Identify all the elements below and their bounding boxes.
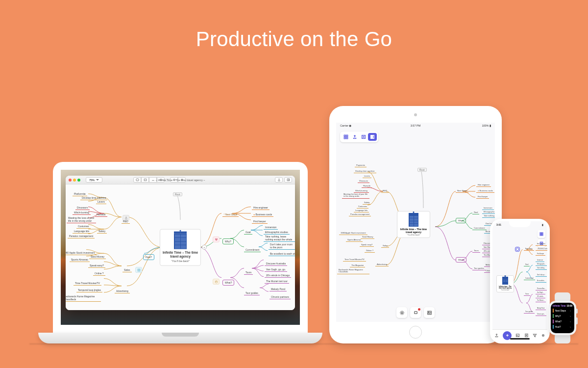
node-lawyer[interactable]: Find lawyer [476,195,489,199]
node-dinosaurs[interactable]: Dinosaurs [75,206,90,210]
node-commitment[interactable]: Commitment [472,227,487,230]
node-levers[interactable]: Levers [96,200,106,204]
node-apple[interactable]: 1980 Apple Stock investment [66,251,97,255]
watch-row-0[interactable]: Next Steps› [553,309,572,313]
node-advertising[interactable]: Advertising [115,289,130,293]
node-melody[interactable]: Melody Pond [270,288,287,291]
node-apple[interactable]: 1980 Apple Stock investment [339,232,368,235]
node-speak[interactable]: Speak easy? [360,243,374,247]
documents-button[interactable] [342,133,350,141]
node-language[interactable]: Language kits [354,209,369,212]
node-paradox[interactable]: Paradox management [349,213,371,216]
node-7[interactable]: Take nothing... [536,267,547,270]
node-safety[interactable]: Safety [97,230,107,234]
node-lawyer[interactable]: Find lawyer [252,220,268,224]
node-tv[interactable]: Time Travel Movies/TV [74,282,101,286]
node-seed[interactable]: Seed Money [89,255,106,259]
node-develop[interactable]: Develop time machine [80,196,107,200]
node-guides[interactable]: Tour guides [244,291,260,295]
node-dinosaurs[interactable]: Dinosaurs [358,180,369,183]
node-cards[interactable]: ● Business cards [252,213,273,217]
node-why[interactable]: Why? [222,238,234,244]
root-badge[interactable]: Root [417,168,427,172]
node-nextsteps[interactable]: ! Next Steps [222,213,239,217]
node-excellent[interactable]: Be excellent to each other [269,252,295,256]
node-tours[interactable]: Tours [472,249,480,253]
node-jingles[interactable]: Temporal loop jingles [76,289,102,292]
node-take[interactable]: Take nothing... [482,215,495,218]
node-hazards[interactable]: Hazards [95,213,107,217]
node-vg[interactable]: Van Gogh, go, go. [265,268,287,272]
share-button[interactable] [350,133,359,141]
node-8[interactable]: Commitment [524,277,535,280]
window-close-button[interactable] [69,179,72,182]
tab-image[interactable] [515,333,520,338]
ipad-mindmap-canvas[interactable]: Root Infinite time – The time travel age… [339,142,492,302]
tab-share[interactable] [494,333,499,338]
node-15[interactable]: The Mozart... [536,300,546,302]
node-ethno[interactable]: Ethnographic... [482,211,495,214]
node-3[interactable]: Find lawyer [536,253,545,256]
node-what[interactable]: What? [456,257,466,263]
node-what[interactable]: What? [222,280,234,286]
node-meeting[interactable]: Meeting the love of your life in the wro… [67,217,96,223]
node-immersion[interactable]: Immersion [264,226,278,230]
node-1[interactable]: Hire engineer [536,243,547,246]
iphone-mindmap-canvas[interactable]: Infinite time – The time travel agency "… [494,230,545,327]
tab-notes[interactable] [524,333,529,338]
node-seed[interactable]: Seed Money [361,236,374,239]
node-ethno[interactable]: Ethnographic studies [264,231,290,235]
center-topic[interactable]: Infinite time – The time travel agency "… [496,275,514,292]
node-meeting[interactable]: Meeting the love of your life in the wro… [342,193,369,199]
node-language[interactable]: Language kits [73,230,91,234]
node-witch[interactable]: Witch-burning [73,211,91,215]
node-speak[interactable]: Speak easy? [88,264,105,268]
node-12[interactable]: Discover Aus... [536,288,547,290]
inspector-button[interactable] [368,133,377,141]
mindmap-canvas[interactable]: Root Infinite Time – The time travel age… [66,184,295,310]
node-13[interactable]: Van Gogh... [536,292,545,294]
node-sales[interactable]: Sales [122,268,132,272]
node-6[interactable]: Ethnographic... [536,263,547,266]
toolbar-expand-button[interactable] [178,177,186,183]
node-17[interactable]: Melody Pond [536,308,546,310]
selected-handle[interactable] [516,248,519,251]
node-platformite[interactable]: Platformite [73,192,87,196]
iphone-home-indicator[interactable] [510,338,530,340]
node-sales[interactable]: Sales [381,244,389,248]
node-develop[interactable]: Develop time machine [354,170,376,173]
node-18[interactable]: Chronic part... [536,314,546,316]
settings-button[interactable] [396,307,407,318]
node-4[interactable]: Goal [524,263,530,266]
watch-row-3[interactable]: How?› [553,325,572,329]
image-button[interactable] [424,307,435,318]
inspector-toggle-button[interactable] [284,177,292,183]
notifications-button[interactable] [410,307,421,318]
node-hire[interactable]: Hire engineer [252,206,270,210]
node-almanac[interactable]: Sports Almanac [346,238,363,242]
node-goal[interactable]: Goal [244,231,252,235]
node-11[interactable]: Tours [524,293,530,296]
node-costumes[interactable]: Costumes [76,225,91,229]
toolbar-rect-button[interactable] [141,177,149,183]
node-online[interactable]: Online ? [93,272,105,276]
node-rd[interactable]: R&D [122,220,130,224]
node-cards[interactable]: ● Business cards [476,189,494,193]
node-0[interactable]: Next Steps [524,248,534,251]
digital-crown[interactable] [576,309,578,314]
toolbar-pill-button[interactable] [157,177,165,183]
node-guides[interactable]: Tour guides [472,267,486,270]
node-tv[interactable]: Time Travel Movies/TV [343,258,366,262]
node-winds[interactable]: 20's winds in Chicago [265,274,291,278]
watch-row-2[interactable]: What?› [553,319,572,323]
watch-screen[interactable]: Infinite Time 10:09 Next Steps› Why?› Wh… [551,303,574,333]
tab-filter[interactable] [533,333,537,338]
node-9[interactable]: Don't take yo... [536,274,547,277]
node-payments[interactable]: Payments [355,164,367,167]
toolbar-underline-button[interactable] [149,177,157,183]
node-almanac[interactable]: Sports Almanac [70,258,90,262]
tab-locate[interactable] [541,333,545,338]
node-take[interactable]: Take nothing, leave nothing except the w… [264,236,295,242]
node-paradox[interactable]: Paradox management [68,235,95,238]
node-online[interactable]: Online ? [365,249,375,253]
